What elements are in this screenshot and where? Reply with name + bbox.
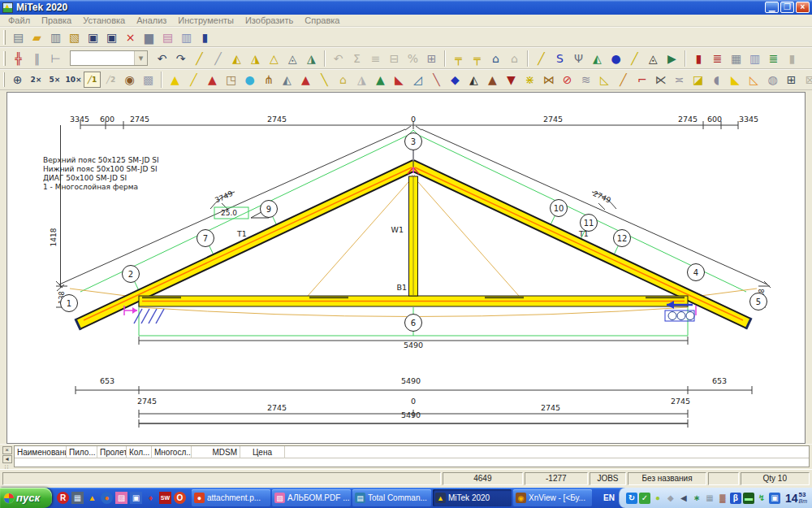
building-add-button[interactable]: ⌂ <box>487 50 504 67</box>
node-1[interactable]: 1 <box>61 295 78 312</box>
solidworks-icon[interactable]: SW <box>159 492 171 504</box>
node-9[interactable]: 9 <box>261 201 278 218</box>
exit-button[interactable]: ▮ <box>197 29 214 46</box>
table-tool-button[interactable]: ⊞ <box>783 72 800 88</box>
network-tray-icon[interactable]: ∗ <box>691 493 702 504</box>
backup-app-icon[interactable]: ▣ <box>130 492 142 504</box>
cluster-button[interactable]: ● <box>607 50 624 67</box>
braces-tool-button[interactable]: ⋇ <box>521 72 538 88</box>
node-6[interactable]: 6 <box>405 315 422 332</box>
valley-tool-button[interactable]: ▼ <box>503 72 520 88</box>
edit-truss-button[interactable]: ◬ <box>284 50 301 67</box>
view-range-button[interactable]: ▩ <box>140 72 157 88</box>
apex-tool-button[interactable]: ▲ <box>166 72 184 88</box>
grab-tool-button[interactable]: Ψ <box>570 50 587 67</box>
traffic-light-button[interactable]: ≣ <box>709 50 726 67</box>
restore-button[interactable]: ❐ <box>780 2 794 13</box>
mark-tool-button[interactable]: ╲ <box>428 72 445 88</box>
new-file-button[interactable]: ▤ <box>10 29 27 46</box>
ramp-tool-button[interactable]: ◺ <box>596 72 613 88</box>
task-mitek-button[interactable]: ▲MiTek 2020 <box>433 489 512 506</box>
panel-close-button[interactable]: × <box>2 446 12 454</box>
break-tool-button[interactable]: ⋔ <box>260 72 277 88</box>
menu-item-0[interactable]: Файл <box>3 15 35 25</box>
alert-app-icon[interactable]: ▲ <box>86 492 98 504</box>
plane-tool-button[interactable]: ◭ <box>279 72 296 88</box>
r-app-icon[interactable]: R <box>57 492 69 504</box>
load-tool-button[interactable]: ▲ <box>297 72 314 88</box>
tree-tool-button[interactable]: ▲ <box>372 72 389 88</box>
rails-tool-button[interactable]: ≍ <box>671 72 688 88</box>
column-header-0[interactable]: Наименование <box>15 446 67 458</box>
node-2[interactable]: 2 <box>123 266 140 283</box>
gable-tool-button[interactable]: ◣ <box>727 72 744 88</box>
media-app-icon[interactable]: ♦ <box>145 492 157 504</box>
node-4[interactable]: 4 <box>688 264 705 281</box>
top-plate-alt-button[interactable]: ╤ <box>469 50 486 67</box>
column-header-3[interactable]: Кол... <box>127 446 152 458</box>
zoom-in-button[interactable]: ⊕ <box>9 72 26 88</box>
rotate-left-button[interactable]: ↶ <box>153 50 171 67</box>
wedge-tool-button[interactable]: ◣ <box>391 72 408 88</box>
tablet-tray-icon[interactable]: ▓ <box>717 493 728 504</box>
anchor-tool-button[interactable]: ▲ <box>204 72 221 88</box>
opera-icon[interactable]: O <box>174 492 186 504</box>
volume-tray-icon[interactable]: ◀ <box>678 493 689 504</box>
dim-tool-button[interactable]: ◳ <box>222 72 240 88</box>
toolbar-grip[interactable] <box>3 72 5 87</box>
results-table[interactable]: НаименованиеПило...ПролетКол...Многосл..… <box>14 445 810 467</box>
display-tray-icon[interactable]: ▦ <box>704 493 715 504</box>
panes-button[interactable]: ⊞ <box>423 50 440 67</box>
node-3[interactable]: 3 <box>405 133 422 150</box>
board-button[interactable]: ▦ <box>728 50 745 67</box>
import-file-button[interactable]: ▧ <box>66 29 83 46</box>
analysis-tool-button[interactable]: ◭ <box>465 72 482 88</box>
export-doc-button[interactable]: ▤ <box>159 29 176 46</box>
cross-tool-button[interactable]: ⋈ <box>540 72 557 88</box>
zoom-2x-button[interactable]: 2× <box>28 72 45 88</box>
drawing-canvas[interactable]: 3345600274527450274527456003345374927491… <box>6 92 806 444</box>
note-tool-button[interactable]: ◍ <box>764 72 781 88</box>
pick-truss-button[interactable]: ◮ <box>303 50 320 67</box>
node-10[interactable]: 10 <box>551 200 568 217</box>
column-header-2[interactable]: Пролет <box>97 446 127 458</box>
slash-tool-button[interactable]: ╱ <box>615 72 632 88</box>
corner-tool-button[interactable]: ⌐ <box>633 72 650 88</box>
close-button[interactable]: × <box>796 2 810 13</box>
truss-type-b-button[interactable]: ◮ <box>247 50 264 67</box>
toolbar-grip[interactable] <box>3 30 6 45</box>
no-tool-button[interactable]: ⊘ <box>559 72 576 88</box>
antivirus-tray-icon[interactable]: ✓ <box>639 493 650 504</box>
task-xnview-button[interactable]: ◉XnView - [<Бу... <box>513 489 592 506</box>
truss-type-c-button[interactable]: △ <box>266 50 283 67</box>
start-button[interactable]: пуск <box>0 488 52 508</box>
hip-tool-button[interactable]: ◺ <box>745 72 762 88</box>
move-joint-button[interactable]: ╬ <box>10 50 27 67</box>
column-header-4[interactable]: Многосл... <box>152 446 192 458</box>
menu-item-6[interactable]: Справка <box>300 15 344 25</box>
minimize-button[interactable]: ▁ <box>765 2 779 13</box>
find-view-button[interactable]: ◉ <box>121 72 138 88</box>
menu-item-1[interactable]: Правка <box>37 15 76 25</box>
save-button[interactable]: ▣ <box>84 29 102 46</box>
update-tray-icon[interactable]: ↻ <box>626 493 637 504</box>
panel-collapse-button[interactable]: ◂ <box>2 455 12 463</box>
desktop-icon[interactable]: ▦ <box>71 492 84 504</box>
steel-member-button[interactable]: S <box>551 50 568 67</box>
node-12[interactable]: 12 <box>614 230 631 247</box>
dark-truss-button[interactable]: ◬ <box>645 50 662 67</box>
disc-tool-button[interactable]: ◖ <box>708 72 725 88</box>
toolbar-grip[interactable] <box>3 51 6 66</box>
rotate-right-button[interactable]: ↷ <box>172 50 189 67</box>
delete-job-button[interactable]: × <box>122 29 139 46</box>
bearing-button[interactable]: ⊢ <box>47 50 64 67</box>
pdf-app-icon[interactable]: ▨ <box>115 492 127 504</box>
panel-grip[interactable]: ⁞⁞ <box>5 464 10 470</box>
close-job-button[interactable]: ▮ <box>690 50 707 67</box>
column-header-1[interactable]: Пило... <box>67 446 97 458</box>
scheduler-tray-icon[interactable]: ▣ <box>769 493 780 504</box>
cloud-tool-button[interactable]: ● <box>241 72 258 88</box>
battery-tray-icon[interactable]: ▬ <box>743 493 754 504</box>
house-tool-button[interactable]: ⌂ <box>335 72 352 88</box>
language-indicator[interactable]: EN <box>599 493 619 502</box>
